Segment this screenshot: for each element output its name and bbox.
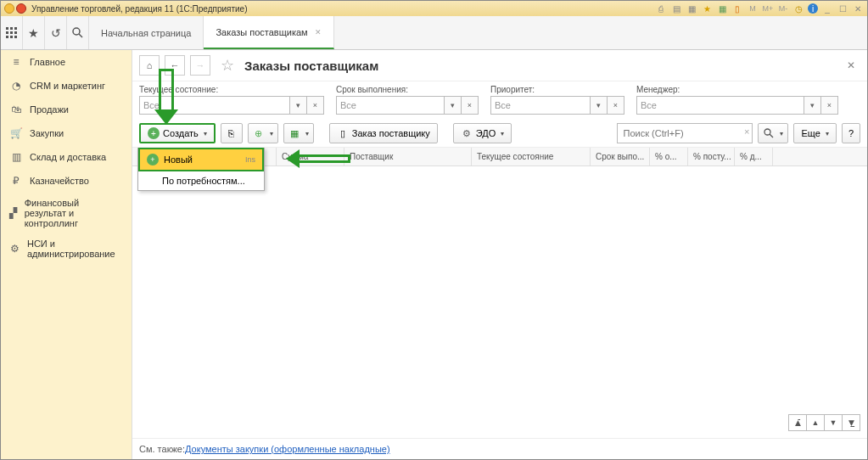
sidebar-item-purchases[interactable]: 🛒Закупки bbox=[1, 121, 132, 145]
clear-icon[interactable]: × bbox=[462, 96, 479, 115]
sidebar-item-sales[interactable]: 🛍Продажи bbox=[1, 98, 132, 121]
filter-due-input[interactable] bbox=[336, 96, 445, 115]
fav-star-icon[interactable]: ★ bbox=[23, 16, 45, 49]
help-button[interactable]: ? bbox=[842, 123, 860, 143]
m-plus-label[interactable]: M+ bbox=[762, 3, 774, 14]
col-state[interactable]: Текущее состояние bbox=[472, 148, 591, 165]
toolbar-search: × ▾ Еще▾ ? bbox=[617, 123, 860, 143]
dropdown-item-byneed[interactable]: По потребностям... bbox=[138, 171, 264, 190]
plus-icon: + bbox=[147, 154, 159, 165]
clock-icon[interactable]: ◷ bbox=[792, 3, 804, 14]
pie-icon: ◔ bbox=[9, 79, 23, 93]
sidebar-item-treasury[interactable]: ₽Казначейство bbox=[1, 169, 132, 193]
sidebar-item-label: Продажи bbox=[30, 104, 69, 115]
edo-icon: ⚙ bbox=[461, 127, 473, 139]
search-clear-icon[interactable]: × bbox=[744, 126, 749, 137]
doc-icon: ▯ bbox=[337, 127, 349, 139]
svg-line-10 bbox=[79, 34, 82, 37]
svg-point-9 bbox=[73, 28, 80, 35]
more-button[interactable]: Еще▾ bbox=[793, 123, 836, 143]
apps-icon[interactable] bbox=[1, 16, 23, 49]
svg-rect-8 bbox=[14, 36, 17, 38]
calendar-icon[interactable]: ▦ bbox=[716, 3, 728, 14]
tab-start[interactable]: Начальная страница bbox=[89, 16, 204, 49]
home-button[interactable]: ⌂ bbox=[139, 55, 160, 76]
chevron-down-icon: ▾ bbox=[204, 130, 207, 137]
tab-orders[interactable]: Заказы поставщикам✕ bbox=[204, 16, 333, 49]
filter-state-input[interactable] bbox=[139, 96, 290, 115]
dropdown-icon[interactable]: ▾ bbox=[290, 96, 307, 115]
filter-manager-input[interactable] bbox=[636, 96, 804, 115]
sidebar-item-label: CRM и маркетинг bbox=[30, 81, 105, 91]
filter-priority-input[interactable] bbox=[490, 96, 591, 115]
copy-icon: ⎘ bbox=[226, 127, 238, 139]
main-area: ≡Главное ◔CRM и маркетинг 🛍Продажи 🛒Заку… bbox=[1, 50, 867, 459]
col-sum[interactable]: Сумма bbox=[277, 148, 344, 165]
tab-label: Заказы поставщикам bbox=[216, 27, 307, 37]
col-supplier[interactable]: Поставщик bbox=[344, 148, 472, 165]
close-button[interactable]: ✕ bbox=[852, 3, 864, 14]
dropdown-icon[interactable]: ▾ bbox=[591, 96, 608, 115]
info-icon[interactable]: i bbox=[808, 3, 818, 14]
gear-icon: ⚙ bbox=[9, 242, 20, 255]
star-icon[interactable]: ★ bbox=[701, 3, 713, 14]
clear-icon[interactable]: × bbox=[307, 96, 324, 115]
page-title: Заказы поставщикам bbox=[244, 59, 378, 73]
grid-nav: ▲̄ ▲ ▼ ▼̲ bbox=[789, 414, 860, 431]
m-minus-label[interactable]: M- bbox=[777, 3, 789, 14]
calc-icon[interactable]: ▦ bbox=[686, 3, 697, 14]
nav-last-button[interactable]: ▼̲ bbox=[842, 414, 860, 431]
clear-icon[interactable]: × bbox=[608, 96, 624, 115]
dropdown-item-new[interactable]: + Новый Ins bbox=[138, 148, 264, 171]
back-button[interactable]: ← bbox=[165, 55, 185, 76]
nav-down-button[interactable]: ▼ bbox=[824, 414, 843, 431]
dropdown-icon[interactable]: ▾ bbox=[445, 96, 462, 115]
search-input[interactable] bbox=[617, 123, 753, 143]
ruble-icon: ₽ bbox=[9, 174, 23, 188]
m-label[interactable]: M bbox=[747, 3, 759, 14]
list-icon: ≡ bbox=[9, 55, 23, 69]
history-icon[interactable]: ↺ bbox=[45, 16, 67, 49]
minimize-button[interactable]: _ bbox=[821, 3, 833, 14]
sidebar-item-warehouse[interactable]: ▥Склад и доставка bbox=[1, 145, 132, 169]
nav-up-button[interactable]: ▲ bbox=[806, 414, 825, 431]
sidebar-item-label: НСИ и администрирование bbox=[27, 238, 123, 259]
doc-icon[interactable]: ▯ bbox=[731, 3, 743, 14]
copy-button[interactable]: ⎘ bbox=[221, 123, 243, 143]
tab-close-icon[interactable]: ✕ bbox=[315, 28, 322, 36]
forward-button[interactable]: → bbox=[190, 55, 210, 76]
status-button[interactable]: ⊕▾ bbox=[248, 123, 278, 143]
sidebar-item-label: Казначейство bbox=[30, 176, 89, 186]
col-pd[interactable]: % д... bbox=[735, 148, 773, 165]
print-icon[interactable]: ⎙ bbox=[655, 3, 667, 14]
chevron-down-icon: ▾ bbox=[305, 130, 309, 137]
col-po[interactable]: % о... bbox=[650, 148, 688, 165]
col-due[interactable]: Срок выпо... bbox=[591, 148, 650, 165]
nav-first-button[interactable]: ▲̄ bbox=[788, 414, 807, 431]
excel-button[interactable]: ▦▾ bbox=[283, 123, 314, 143]
clear-icon[interactable]: × bbox=[821, 96, 838, 115]
page-close-button[interactable]: ✕ bbox=[842, 59, 860, 71]
find-button[interactable]: ▾ bbox=[758, 123, 788, 143]
titlebar: Управление торговлей, редакция 11 (1С:Пр… bbox=[1, 1, 867, 16]
see-also-link[interactable]: Документы закупки (оформленные накладные… bbox=[185, 444, 390, 454]
search-icon[interactable] bbox=[67, 16, 89, 49]
plus-icon: + bbox=[148, 127, 160, 139]
window-title: Управление торговлей, редакция 11 (1С:Пр… bbox=[31, 4, 655, 14]
svg-rect-1 bbox=[10, 27, 13, 30]
sidebar-item-label: Закупки bbox=[30, 128, 64, 138]
sidebar-item-finance[interactable]: ▞Финансовый результат и контроллинг bbox=[1, 193, 132, 233]
svg-rect-2 bbox=[14, 27, 17, 30]
sidebar-item-nsi[interactable]: ⚙НСИ и администрирование bbox=[1, 233, 132, 264]
fav-icon[interactable]: ☆ bbox=[221, 56, 234, 75]
edo-button[interactable]: ⚙ЭДО▾ bbox=[453, 123, 512, 143]
book-icon[interactable]: ▤ bbox=[670, 3, 682, 14]
orb-icon bbox=[4, 3, 14, 14]
create-button[interactable]: +Создать▾ bbox=[139, 123, 216, 143]
sidebar-item-crm[interactable]: ◔CRM и маркетинг bbox=[1, 74, 132, 98]
dropdown-icon[interactable]: ▾ bbox=[804, 96, 821, 115]
maximize-button[interactable]: ☐ bbox=[837, 3, 848, 14]
sidebar-item-main[interactable]: ≡Главное bbox=[1, 50, 132, 74]
order-button[interactable]: ▯Заказ поставщику bbox=[329, 123, 438, 143]
col-pp[interactable]: % посту... bbox=[688, 148, 735, 165]
